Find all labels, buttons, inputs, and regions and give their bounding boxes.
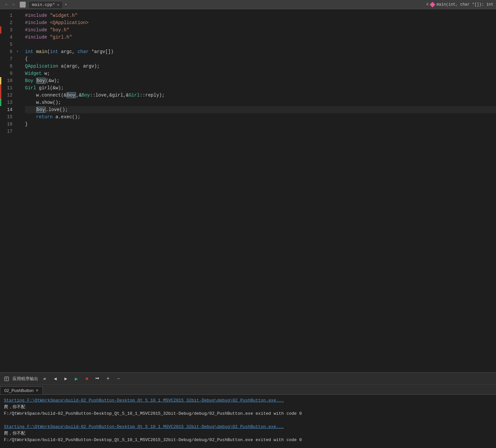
- fold-indicator: [15, 26, 20, 34]
- gutter-row: 16: [0, 121, 20, 128]
- line-number: 2: [1, 20, 15, 25]
- panel-btn-stop[interactable]: ■: [83, 375, 91, 383]
- code-line: [25, 128, 496, 135]
- output-line: F:/QtWorkSpace/build-02_PushButton-Deskt…: [4, 437, 492, 443]
- line-number: 13: [1, 100, 15, 105]
- panel-tab-close[interactable]: ✕: [36, 388, 39, 393]
- panel-btn-minus[interactable]: −: [115, 375, 122, 383]
- fold-indicator: [15, 128, 20, 135]
- panel-btn-run[interactable]: ▶: [72, 375, 80, 383]
- editor-container: 123456▾7891011121314151617 #include "wid…: [0, 9, 496, 372]
- line-number: 11: [1, 85, 15, 91]
- code-line: }: [25, 121, 496, 128]
- panel-tab-pushbutton[interactable]: 02_PushButton ✕: [0, 386, 43, 394]
- line-gutter: 123456▾7891011121314151617: [0, 9, 20, 372]
- panel-btn-arrow[interactable]: ⮕: [93, 375, 101, 383]
- code-line: w.show();: [25, 99, 496, 106]
- output-line: Starting F:\QtWorkSpace\build-02_PushBut…: [4, 424, 492, 430]
- code-line: Girl girl(&w);: [25, 84, 496, 92]
- output-link[interactable]: Starting F:\QtWorkSpace\build-02_PushBut…: [4, 424, 284, 429]
- panel-btn-add[interactable]: +: [104, 375, 112, 383]
- gutter-row: 15: [0, 113, 20, 121]
- fold-indicator: [15, 19, 20, 26]
- gutter-row: 1: [0, 12, 20, 19]
- gutter-row: 11: [0, 84, 20, 92]
- panel-tab-label: 02_PushButton: [4, 388, 34, 393]
- fold-indicator: [15, 63, 20, 70]
- tab-dropdown[interactable]: ▾: [63, 2, 69, 7]
- hash-symbol: #: [426, 2, 429, 7]
- line-number: 17: [1, 129, 15, 134]
- func-signature: main(int, char *[]): int: [436, 2, 493, 7]
- panel-title: 应用程序输出: [13, 376, 38, 382]
- file-icon: [20, 2, 26, 8]
- fold-indicator: [15, 70, 20, 77]
- gutter-row: 14: [0, 106, 20, 113]
- nav-back-button[interactable]: ◀: [3, 1, 9, 8]
- line-number: 7: [1, 56, 15, 62]
- line-number: 10: [1, 78, 15, 83]
- fold-indicator: [15, 121, 20, 128]
- fold-indicator: [15, 106, 20, 113]
- fold-indicator: [15, 12, 20, 19]
- gutter-row: 4: [0, 34, 20, 41]
- line-number: 14: [1, 107, 15, 112]
- fold-indicator: [15, 113, 20, 121]
- gutter-row: 12: [0, 92, 20, 99]
- editor-body: 123456▾7891011121314151617 #include "wid…: [0, 9, 496, 372]
- panel-content[interactable]: Starting F:\QtWorkSpace\build-02_PushBut…: [0, 395, 496, 448]
- gutter-row: 10: [0, 77, 20, 84]
- line-number: 8: [1, 64, 15, 69]
- gutter-row: 9: [0, 70, 20, 77]
- output-line: 爬，你不配: [4, 430, 492, 437]
- panel-btn-swap[interactable]: ⇄: [41, 375, 49, 383]
- function-indicator: # main(int, char *[]): int: [426, 2, 493, 7]
- nav-buttons: ◀ ▶: [3, 1, 17, 8]
- gutter-row: 6▾: [0, 48, 20, 55]
- tab-area: main.cpp* ✕ ▾: [28, 1, 418, 8]
- code-line: return a.exec();: [25, 113, 496, 121]
- output-line: [4, 443, 492, 448]
- code-line: boy.love();: [25, 106, 496, 113]
- line-number: 1: [1, 13, 15, 18]
- code-line: Widget w;: [25, 70, 496, 77]
- line-number: 16: [1, 122, 15, 127]
- gutter-row: 3: [0, 26, 20, 34]
- line-number: 12: [1, 93, 15, 98]
- line-number: 3: [1, 27, 15, 33]
- code-line: Boy boy(&w);: [25, 77, 496, 84]
- gutter-row: 7: [0, 55, 20, 63]
- code-line: #include <QApplication>: [25, 19, 496, 26]
- fold-indicator: [15, 55, 20, 63]
- line-number: 15: [1, 114, 15, 120]
- output-link[interactable]: Starting F:\QtWorkSpace\build-02_PushBut…: [4, 398, 284, 403]
- gutter-row: 5: [0, 41, 20, 48]
- tab-main-cpp[interactable]: main.cpp* ✕: [28, 1, 63, 8]
- output-line: F:/QtWorkSpace/build-02_PushButton-Deskt…: [4, 410, 492, 417]
- fold-indicator: [15, 34, 20, 41]
- panel-btn-next[interactable]: ▶: [62, 375, 70, 383]
- fold-indicator: [15, 99, 20, 106]
- tab-label: main.cpp*: [32, 2, 55, 7]
- code-line: #include "girl.h": [25, 34, 496, 41]
- bottom-panel: 应用程序输出 ⇄ ◀ ▶ ▶ ■ ⮕ + − 02_PushButton ✕ S…: [0, 372, 496, 448]
- code-line: [25, 41, 496, 48]
- code-line: #include "boy.h": [25, 26, 496, 34]
- fold-indicator: [15, 92, 20, 99]
- fold-indicator[interactable]: ▾: [15, 48, 20, 55]
- code-area[interactable]: #include "widget.h"#include <QApplicatio…: [20, 9, 496, 372]
- tab-close-button[interactable]: ✕: [57, 3, 59, 7]
- title-bar: ◀ ▶ main.cpp* ✕ ▾ # main(int, char *[]):…: [0, 0, 496, 9]
- code-line: #include "widget.h": [25, 12, 496, 19]
- line-number: 9: [1, 71, 15, 76]
- function-diamond-icon: [430, 2, 435, 7]
- line-number: 4: [1, 35, 15, 40]
- nav-forward-button[interactable]: ▶: [11, 1, 17, 8]
- line-number: 5: [1, 42, 15, 47]
- panel-btn-prev[interactable]: ◀: [51, 375, 59, 383]
- fold-indicator: [15, 84, 20, 92]
- fold-indicator: [15, 41, 20, 48]
- output-line: 爬，你不配: [4, 404, 492, 410]
- line-number: 6: [1, 49, 15, 54]
- code-line: {: [25, 55, 496, 63]
